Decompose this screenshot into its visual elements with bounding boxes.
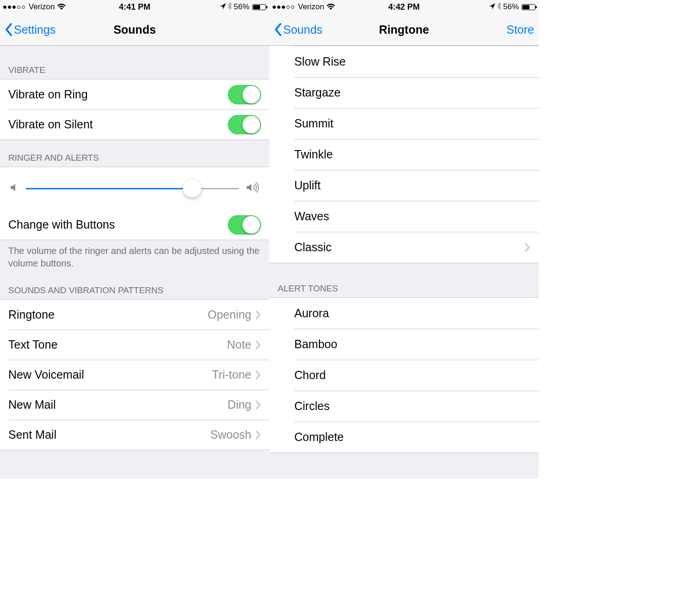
battery-icon	[522, 4, 535, 10]
status-left: Verizon	[3, 2, 66, 12]
slider-thumb[interactable]	[183, 179, 201, 198]
ringtone-row[interactable]: Stargaze	[269, 77, 539, 108]
alert-tone-row[interactable]: Circles	[269, 391, 539, 422]
pattern-value: Tri-tone	[212, 368, 255, 381]
chevron-right-icon	[255, 400, 261, 410]
signal-dots-icon	[3, 6, 25, 9]
pattern-label: New Voicemail	[8, 368, 84, 381]
alert-tone-label: Complete	[278, 430, 344, 444]
pattern-value: Ding	[228, 398, 255, 411]
ringtone-screen: Verizon 4:42 PM 56% Sounds Ringtone Stor…	[269, 0, 539, 479]
ringtones-group: Slow RiseStargazeSummitTwinkleUpliftWave…	[269, 46, 539, 263]
ringtone-row[interactable]: Waves	[269, 201, 539, 232]
ringtone-label: Stargaze	[278, 86, 340, 99]
alert-tone-row[interactable]: Bamboo	[269, 329, 539, 360]
vibrate-ring-toggle[interactable]	[228, 85, 261, 104]
volume-slider[interactable]	[26, 179, 239, 198]
content: Vibrate Vibrate on Ring Vibrate on Silen…	[0, 46, 269, 479]
pattern-row[interactable]: New VoicemailTri-tone	[0, 360, 269, 390]
bluetooth-icon	[228, 2, 232, 12]
vibrate-silent-toggle[interactable]	[228, 115, 261, 134]
nav-bar: Settings Sounds	[0, 14, 269, 46]
status-right: 56%	[489, 2, 535, 12]
bluetooth-icon	[497, 2, 501, 12]
pattern-label: New Mail	[8, 398, 56, 411]
battery-icon	[252, 4, 266, 10]
ringtone-label: Uplift	[278, 179, 321, 192]
content: Slow RiseStargazeSummitTwinkleUpliftWave…	[269, 46, 539, 479]
alert-tone-label: Aurora	[278, 307, 329, 320]
signal-dots-icon	[273, 6, 294, 9]
ringtone-row[interactable]: Slow Rise	[269, 46, 539, 77]
speaker-low-icon	[10, 182, 18, 194]
chevron-right-icon	[255, 430, 261, 440]
alert-tones-group: AuroraBambooChordCirclesComplete	[269, 297, 539, 453]
pattern-label: Sent Mail	[8, 428, 56, 441]
patterns-header: Sounds and Vibration Patterns	[0, 276, 269, 299]
chevron-right-icon	[524, 242, 530, 253]
wifi-icon	[57, 4, 66, 10]
pattern-row[interactable]: Text ToneNote	[0, 330, 269, 360]
change-buttons-toggle[interactable]	[228, 215, 261, 235]
pattern-row[interactable]: New MailDing	[0, 390, 269, 420]
speaker-high-icon	[246, 182, 259, 194]
sounds-screen: Verizon 4:41 PM 56% Settings Sounds Vibr…	[0, 0, 269, 479]
back-button[interactable]: Settings	[5, 23, 55, 36]
vibrate-ring-label: Vibrate on Ring	[8, 88, 88, 101]
vibrate-header: Vibrate	[0, 46, 269, 79]
vibrate-silent-label: Vibrate on Silent	[8, 118, 93, 131]
pattern-row[interactable]: RingtoneOpening	[0, 300, 269, 330]
pattern-value: Opening	[207, 308, 255, 321]
carrier-label: Verizon	[298, 2, 324, 12]
status-bar: Verizon 4:42 PM 56%	[269, 0, 539, 14]
ringtone-label: Twinkle	[278, 148, 333, 161]
pattern-value: Swoosh	[210, 428, 255, 441]
change-buttons-label: Change with Buttons	[8, 218, 115, 231]
battery-percent: 56%	[234, 2, 249, 12]
chevron-right-icon	[255, 310, 261, 320]
alert-tone-row[interactable]: Chord	[269, 360, 539, 391]
classic-row[interactable]: Classic	[269, 232, 539, 263]
ringtone-label: Summit	[278, 117, 334, 130]
classic-label: Classic	[278, 241, 332, 254]
status-right: 56%	[220, 2, 266, 12]
location-icon	[220, 2, 226, 12]
ringtone-row[interactable]: Summit	[269, 108, 539, 139]
battery-percent: 56%	[503, 2, 519, 12]
alert-tone-label: Circles	[278, 399, 329, 413]
vibrate-silent-row[interactable]: Vibrate on Silent	[0, 109, 269, 139]
ringtone-label: Waves	[278, 210, 329, 223]
nav-bar: Sounds Ringtone Store	[269, 14, 539, 46]
status-bar: Verizon 4:41 PM 56%	[0, 0, 269, 14]
location-icon	[489, 2, 495, 12]
back-button[interactable]: Sounds	[274, 23, 322, 36]
status-left: Verizon	[273, 2, 335, 12]
alert-tone-label: Chord	[278, 368, 326, 382]
volume-slider-row[interactable]	[0, 167, 269, 210]
chevron-right-icon	[255, 370, 261, 380]
pattern-label: Ringtone	[8, 308, 55, 321]
alert-tone-row[interactable]: Complete	[269, 422, 539, 453]
change-buttons-row[interactable]: Change with Buttons	[0, 210, 269, 240]
ringer-header: Ringer and Alerts	[0, 140, 269, 167]
ringtone-row[interactable]: Twinkle	[269, 139, 539, 170]
back-label: Settings	[14, 23, 55, 36]
ringtone-row[interactable]: Uplift	[269, 170, 539, 201]
alert-tone-row[interactable]: Aurora	[269, 298, 539, 329]
ringer-footer: The volume of the ringer and alerts can …	[0, 240, 269, 276]
ringtone-label: Slow Rise	[278, 55, 346, 68]
pattern-value: Note	[227, 338, 255, 351]
alert-tone-label: Bamboo	[278, 338, 337, 351]
ringer-group: Change with Buttons	[0, 167, 269, 240]
patterns-group: RingtoneOpeningText ToneNoteNew Voicemai…	[0, 299, 269, 450]
chevron-right-icon	[255, 340, 261, 350]
carrier-label: Verizon	[29, 2, 55, 12]
wifi-icon	[326, 4, 335, 10]
vibrate-ring-row[interactable]: Vibrate on Ring	[0, 79, 269, 109]
pattern-row[interactable]: Sent MailSwoosh	[0, 420, 269, 450]
back-label: Sounds	[283, 23, 322, 36]
pattern-label: Text Tone	[8, 338, 58, 351]
alert-tones-header: Alert Tones	[269, 263, 539, 297]
vibrate-group: Vibrate on Ring Vibrate on Silent	[0, 79, 269, 140]
store-button[interactable]: Store	[506, 23, 534, 36]
